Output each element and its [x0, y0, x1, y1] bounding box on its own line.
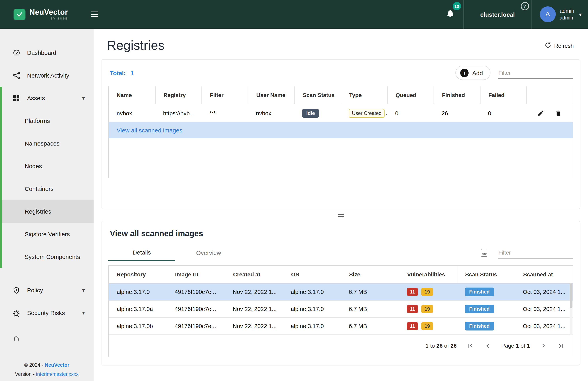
table-row[interactable]: alpine:3.17.0 49176f190c7e... Nov 22, 20…: [109, 283, 573, 301]
scanned-images-filter-input[interactable]: [498, 247, 573, 259]
cell-repository: alpine:3.17.0a: [109, 301, 167, 317]
column-header-user-name[interactable]: User Name: [248, 86, 294, 104]
tab-overview[interactable]: Overview: [175, 244, 242, 261]
column-header-scan-status[interactable]: Scan Status: [457, 266, 515, 283]
column-header-queued[interactable]: Queued: [387, 86, 434, 104]
edit-icon[interactable]: [537, 110, 545, 117]
column-header-failed[interactable]: Failed: [480, 86, 526, 104]
splitter-handle[interactable]: [94, 213, 588, 218]
cell-scanned-at: Oct 03, 2024 1...: [515, 301, 573, 317]
cell-os: alpine:3.17.0: [283, 301, 341, 317]
column-header-os[interactable]: OS: [283, 266, 341, 283]
notifications-bell-button[interactable]: 10: [437, 0, 463, 29]
column-header-image-id[interactable]: Image ID: [167, 266, 225, 283]
drag-handle-icon: [335, 213, 346, 218]
column-header-repository[interactable]: Repository: [109, 266, 167, 283]
scrollbar[interactable]: [570, 283, 572, 335]
chevron-down-icon: ▾: [82, 310, 85, 316]
sidebar-item-system-components[interactable]: System Components: [0, 245, 94, 268]
refresh-label: Refresh: [554, 42, 574, 49]
cell-scan-status: Finished: [457, 283, 515, 300]
table-empty-space: [109, 138, 573, 178]
refresh-icon: [545, 41, 551, 50]
notifications-icon: [12, 336, 21, 343]
view-all-scanned-images-link[interactable]: View all scanned images: [109, 122, 573, 138]
cell-repository: alpine:3.17.0: [109, 283, 167, 300]
sidebar-item-sigstore-verifiers[interactable]: Sigstore Verifiers: [0, 223, 94, 245]
cell-name: nvbox: [109, 104, 155, 122]
previous-page-icon[interactable]: [484, 342, 492, 350]
bug-icon: [12, 308, 21, 317]
column-header-registry[interactable]: Registry: [155, 86, 201, 104]
cell-type: User Created ...: [341, 104, 387, 122]
cell-registry: https://nvb...: [155, 104, 201, 122]
sidebar-item-label: Assets: [27, 95, 45, 101]
column-header-scan-status[interactable]: Scan Status: [294, 86, 341, 104]
chevron-down-icon: ▾: [579, 11, 582, 17]
sidebar-item-policy[interactable]: Policy ▾: [0, 279, 94, 302]
scanned-images-table: Repository Image ID Created at OS Size V…: [108, 265, 573, 357]
status-badge: Finished: [465, 322, 494, 330]
cell-scan-status: Idle: [294, 104, 341, 122]
registries-filter-input[interactable]: [498, 67, 573, 78]
sidebar-item-nodes[interactable]: Nodes: [0, 155, 94, 177]
cell-actions: [526, 104, 573, 122]
sidebar-item-network-activity[interactable]: Network Activity: [0, 64, 94, 87]
table-row[interactable]: nvbox https://nvb... *:* nvbox Idle User…: [109, 104, 573, 122]
column-header-finished[interactable]: Finished: [434, 86, 480, 104]
network-activity-icon: [12, 71, 21, 80]
topbar: NeuVector BY SUSE 10 cluster.local ? A a…: [0, 0, 588, 29]
column-header-size[interactable]: Size: [341, 266, 399, 283]
table-row[interactable]: alpine:3.17.0a 49176f190c7e... Nov 22, 2…: [109, 301, 573, 318]
sidebar-item-registries[interactable]: Registries: [0, 200, 94, 223]
footer-brand-link[interactable]: NeuVector: [45, 362, 69, 368]
sidebar-item-label: Registries: [25, 208, 51, 215]
first-page-icon[interactable]: [466, 342, 474, 350]
add-registry-button[interactable]: + Add: [456, 66, 490, 80]
column-header-vulnerabilities[interactable]: Vulnerabilities: [399, 266, 457, 283]
sidebar-item-assets[interactable]: Assets ▾: [0, 87, 94, 109]
tab-details[interactable]: Details: [108, 244, 175, 261]
page-title: Registries: [107, 38, 165, 53]
help-icon[interactable]: ?: [521, 2, 529, 10]
sidebar-item-security-risks[interactable]: Security Risks ▾: [0, 302, 94, 324]
policy-icon: [12, 286, 21, 294]
sidebar-item-dashboard[interactable]: Dashboard: [0, 41, 94, 64]
cell-scan-status: Finished: [457, 301, 515, 317]
sidebar-item-label: Network Activity: [27, 72, 69, 79]
cell-os: alpine:3.17.0: [283, 283, 341, 300]
next-page-icon[interactable]: [539, 342, 547, 350]
column-header-type[interactable]: Type: [341, 86, 387, 104]
cell-filter: *:*: [201, 104, 248, 122]
sidebar-item-platforms[interactable]: Platforms: [0, 109, 94, 132]
column-header-created-at[interactable]: Created at: [225, 266, 283, 283]
range-total: 26: [450, 343, 457, 349]
export-csv-icon[interactable]: CSV: [481, 249, 487, 257]
cluster-selector[interactable]: cluster.local ?: [463, 0, 531, 29]
version-line: Version - interim/master.xxxx: [0, 370, 94, 379]
column-header-filter[interactable]: Filter: [201, 86, 248, 104]
refresh-button[interactable]: Refresh: [545, 41, 574, 50]
cell-created-at: Nov 22, 2022 1...: [225, 318, 283, 334]
registries-panel: Total: 1 + Add Name Registry Filter User…: [102, 59, 580, 209]
sidebar-item-label: Platforms: [25, 117, 50, 124]
cell-vulnerabilities: 11 19: [399, 318, 457, 334]
cell-image-id: 49176f190c7e...: [167, 301, 225, 317]
sidebar-item-partial[interactable]: [0, 336, 94, 343]
column-header-scanned-at[interactable]: Scanned at: [515, 266, 573, 283]
scrollbar-thumb[interactable]: [570, 283, 572, 308]
brand-logo[interactable]: NeuVector BY SUSE: [14, 9, 68, 20]
user-menu[interactable]: A admin admin ▾: [532, 0, 588, 29]
page-label: Page: [501, 343, 514, 349]
csv-label: CSV: [482, 253, 487, 255]
sidebar-item-containers[interactable]: Containers: [0, 177, 94, 200]
table-row[interactable]: alpine:3.17.0b 49176f190c7e... Nov 22, 2…: [109, 318, 573, 335]
column-header-name[interactable]: Name: [109, 86, 155, 104]
last-page-icon[interactable]: [557, 342, 565, 350]
cell-scanned-at: Oct 03, 2024 1...: [515, 283, 573, 300]
cell-created-at: Nov 22, 2022 1...: [225, 301, 283, 317]
main-content: Registries Refresh Total: 1 +: [94, 29, 588, 381]
sidebar-item-namespaces[interactable]: Namespaces: [0, 132, 94, 155]
menu-icon[interactable]: [91, 12, 98, 17]
delete-icon[interactable]: [555, 110, 562, 117]
